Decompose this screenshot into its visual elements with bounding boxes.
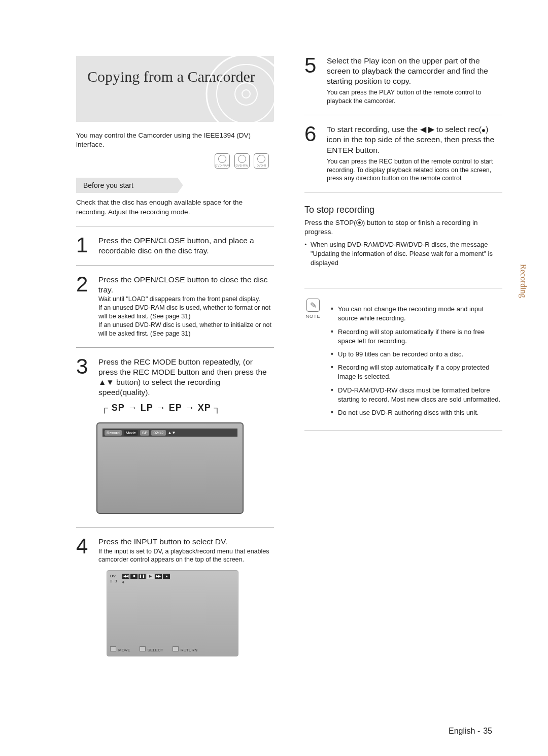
osd-line3: 3 bbox=[115, 579, 117, 583]
osd-mode-label: Mode bbox=[124, 430, 138, 436]
step-3-text: Press the REC MODE button repeatedly, (o… bbox=[98, 357, 274, 398]
osd-time: 02:12 bbox=[151, 430, 165, 436]
step-5: 5 Select the Play icon on the upper part… bbox=[304, 56, 502, 106]
footer-language: English - bbox=[449, 727, 480, 735]
disc-icon-dvd-ram: DVD-RAM bbox=[215, 153, 230, 169]
pause-icon: ❚❚ bbox=[139, 574, 146, 579]
svg-point-3 bbox=[242, 90, 250, 98]
note-label: NOTE bbox=[304, 314, 322, 319]
footer-page-number: 35 bbox=[483, 727, 492, 735]
rec-icon: ● bbox=[163, 574, 170, 579]
note-list: You can not change the recording mode an… bbox=[331, 301, 502, 421]
divider bbox=[304, 192, 502, 192]
osd-select-icon bbox=[140, 646, 146, 651]
mode-ep: EP bbox=[169, 403, 182, 413]
step-6: 6 To start recording, use the ◀ ▶ to sel… bbox=[304, 124, 502, 183]
rew-icon: ◀◀ bbox=[122, 574, 129, 579]
note-icon: ✎ bbox=[306, 299, 320, 312]
osd-move-label: MOVE bbox=[118, 648, 130, 652]
divider bbox=[76, 265, 274, 266]
step-6-lead-a: To start recording, use the ◀ ▶ to selec… bbox=[327, 125, 482, 134]
side-tab-recording: Recording bbox=[519, 264, 528, 298]
divider bbox=[304, 115, 502, 115]
stop-text: Press the STOP() button to stop or finis… bbox=[304, 218, 502, 237]
stop-button-icon bbox=[356, 219, 363, 226]
osd-move-icon bbox=[110, 646, 116, 651]
step-2-text: Press the OPEN/CLOSE button to close the… bbox=[98, 275, 274, 295]
page-footer: English -35 bbox=[449, 727, 492, 736]
step-2-sub-3: If an unused DVD-RW disc is used, whethe… bbox=[98, 321, 274, 338]
stop-heading: To stop recording bbox=[304, 205, 502, 215]
ff-icon: ▶▶ bbox=[155, 574, 162, 579]
step-number: 1 bbox=[76, 236, 93, 256]
osd-dv-screenshot: DV 2 3 ◀◀■❚❚▶▶▶● 4 MOVE SELECT RETURN bbox=[107, 570, 238, 656]
osd-recmode-screenshot: Record Mode SP 02:12 ▲▼ bbox=[96, 422, 244, 514]
divider bbox=[304, 288, 502, 288]
osd-dv-label: DV bbox=[110, 574, 116, 578]
before-you-start-text: Check that the disc has enough available… bbox=[76, 198, 274, 216]
osd-select-label: SELECT bbox=[148, 648, 163, 652]
disc-icon-dvd-r: DVD-R bbox=[254, 153, 269, 169]
osd-quality: SP bbox=[140, 430, 150, 436]
rec-mode-sequence: ┌ SP→LP→EP→XP ┐ bbox=[101, 403, 274, 413]
step-4-text: Press the INPUT button to select DV. bbox=[98, 537, 274, 547]
step-1: 1 Press the OPEN/CLOSE button, and place… bbox=[76, 236, 274, 256]
osd-return-label: RETURN bbox=[181, 648, 197, 652]
before-you-start-label: Before you start bbox=[76, 178, 178, 193]
note-item: Recording will stop automatically if a c… bbox=[331, 363, 502, 381]
step-number: 6 bbox=[304, 124, 322, 183]
mode-xp: XP bbox=[198, 403, 211, 413]
step-1-text: Press the OPEN/CLOSE button, and place a… bbox=[98, 236, 274, 256]
osd-return-icon bbox=[173, 646, 179, 651]
supported-disc-icons: DVD-RAM DVD-RW DVD-R bbox=[76, 153, 269, 169]
osd-record-label: Record bbox=[105, 430, 122, 436]
note-item: DVD-RAM/DVD-RW discs must be formatted b… bbox=[331, 386, 502, 404]
step-3: 3 Press the REC MODE button repeatedly, … bbox=[76, 357, 274, 398]
note-block: ✎ NOTE You can not change the recording … bbox=[304, 299, 502, 421]
step-5-text: Select the Play icon on the upper part o… bbox=[327, 56, 502, 86]
note-item: You can not change the recording mode an… bbox=[331, 305, 502, 323]
step-number: 3 bbox=[76, 357, 93, 398]
osd-transport-icons: ◀◀■❚❚▶▶▶● 4 bbox=[122, 574, 170, 584]
disc-art-icon bbox=[203, 56, 274, 122]
note-item: Do not use DVD-R authoring discs with th… bbox=[331, 408, 502, 417]
stop-bullet: When using DVD-RAM/DVD-RW/DVD-R discs, t… bbox=[304, 240, 502, 268]
step-6-sub: You can press the REC button of the remo… bbox=[327, 157, 502, 183]
note-item: Recording will stop automatically if the… bbox=[331, 327, 502, 346]
step-4-sub: If the input is set to DV, a playback/re… bbox=[98, 547, 274, 565]
section-title-box: Copying from a Camcorder bbox=[76, 56, 274, 122]
osd-updown-icon: ▲▼ bbox=[168, 431, 176, 435]
note-item: Up to 99 titles can be recorded onto a d… bbox=[331, 350, 502, 359]
step-5-sub: You can press the PLAY button of the rem… bbox=[327, 88, 502, 106]
step-4: 4 Press the INPUT button to select DV. I… bbox=[76, 537, 274, 564]
svg-point-1 bbox=[217, 64, 274, 122]
left-column: Copying from a Camcorder You may control… bbox=[76, 56, 274, 656]
step-2-sub-2: If an unused DVD-RAM disc is used, wheth… bbox=[98, 304, 274, 321]
divider bbox=[76, 347, 274, 348]
intro-text: You may control the Camcorder using the … bbox=[76, 131, 274, 149]
mode-sp: SP bbox=[112, 403, 125, 413]
divider bbox=[76, 527, 274, 528]
right-column: 5 Select the Play icon on the upper part… bbox=[304, 56, 502, 656]
osd-line4: 4 bbox=[122, 580, 170, 584]
step-2: 2 Press the OPEN/CLOSE button to close t… bbox=[76, 275, 274, 338]
step-number: 5 bbox=[304, 56, 322, 106]
divider bbox=[304, 431, 502, 431]
step-number: 4 bbox=[76, 537, 93, 564]
step-2-sub-1: Wait until "LOAD" disappears from the fr… bbox=[98, 295, 274, 304]
step-6-text: To start recording, use the ◀ ▶ to selec… bbox=[327, 124, 502, 155]
disc-icon-dvd-rw: DVD-RW bbox=[234, 153, 250, 169]
svg-point-2 bbox=[235, 83, 257, 105]
divider bbox=[76, 226, 274, 226]
mode-lp: LP bbox=[141, 403, 153, 413]
stop-icon: ■ bbox=[130, 574, 138, 579]
osd-line2: 2 bbox=[110, 579, 112, 583]
play-icon: ▶ bbox=[147, 574, 154, 579]
step-number: 2 bbox=[76, 275, 93, 338]
